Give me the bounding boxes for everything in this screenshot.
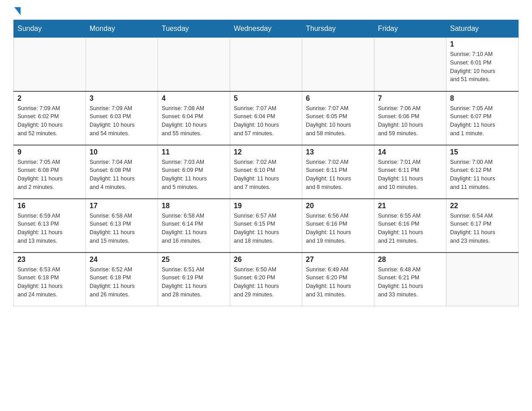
calendar-cell: 5Sunrise: 7:07 AMSunset: 6:04 PMDaylight… [230, 91, 302, 145]
calendar-cell [86, 38, 158, 91]
calendar-cell: 3Sunrise: 7:09 AMSunset: 6:03 PMDaylight… [86, 91, 158, 145]
calendar-cell: 25Sunrise: 6:51 AMSunset: 6:19 PMDayligh… [158, 253, 230, 306]
day-info: Sunrise: 7:08 AMSunset: 6:04 PMDaylight:… [162, 104, 226, 138]
day-info: Sunrise: 7:01 AMSunset: 6:11 PMDaylight:… [378, 158, 442, 192]
day-number: 27 [306, 256, 370, 264]
weekday-header-row: SundayMondayTuesdayWednesdayThursdayFrid… [14, 20, 519, 38]
calendar-cell [374, 38, 446, 91]
day-info: Sunrise: 7:07 AMSunset: 6:04 PMDaylight:… [234, 104, 298, 138]
day-number: 26 [234, 256, 298, 264]
calendar-cell: 16Sunrise: 6:59 AMSunset: 6:13 PMDayligh… [14, 199, 86, 253]
calendar-cell: 13Sunrise: 7:02 AMSunset: 6:11 PMDayligh… [302, 145, 374, 199]
day-info: Sunrise: 6:53 AMSunset: 6:18 PMDaylight:… [17, 265, 82, 299]
calendar-cell [158, 38, 230, 91]
day-number: 17 [90, 202, 154, 210]
day-number: 9 [17, 148, 82, 156]
calendar-cell: 6Sunrise: 7:07 AMSunset: 6:05 PMDaylight… [302, 91, 374, 145]
calendar-cell: 23Sunrise: 6:53 AMSunset: 6:18 PMDayligh… [14, 253, 86, 306]
day-info: Sunrise: 6:59 AMSunset: 6:13 PMDaylight:… [17, 212, 82, 245]
weekday-header-tuesday: Tuesday [158, 20, 230, 38]
day-info: Sunrise: 7:00 AMSunset: 6:12 PMDaylight:… [450, 158, 515, 192]
calendar-cell: 27Sunrise: 6:49 AMSunset: 6:20 PMDayligh… [302, 253, 374, 306]
day-number: 6 [306, 94, 370, 103]
day-number: 14 [378, 148, 442, 156]
day-number: 28 [378, 256, 442, 264]
day-info: Sunrise: 7:02 AMSunset: 6:11 PMDaylight:… [306, 158, 370, 192]
calendar-cell: 7Sunrise: 7:06 AMSunset: 6:06 PMDaylight… [374, 91, 446, 145]
calendar-cell: 9Sunrise: 7:05 AMSunset: 6:08 PMDaylight… [14, 145, 86, 199]
calendar-cell [302, 38, 374, 91]
calendar-cell: 19Sunrise: 6:57 AMSunset: 6:15 PMDayligh… [230, 199, 302, 253]
day-info: Sunrise: 7:02 AMSunset: 6:10 PMDaylight:… [234, 158, 298, 192]
day-info: Sunrise: 6:48 AMSunset: 6:21 PMDaylight:… [378, 265, 442, 299]
logo-triangle-icon [14, 7, 21, 15]
day-info: Sunrise: 6:50 AMSunset: 6:20 PMDaylight:… [234, 265, 298, 299]
calendar-cell: 8Sunrise: 7:05 AMSunset: 6:07 PMDaylight… [446, 91, 519, 145]
day-number: 7 [378, 94, 442, 103]
day-number: 25 [162, 256, 226, 264]
day-info: Sunrise: 7:09 AMSunset: 6:03 PMDaylight:… [90, 104, 154, 138]
day-number: 1 [450, 40, 515, 48]
calendar-cell: 2Sunrise: 7:09 AMSunset: 6:02 PMDaylight… [14, 91, 86, 145]
day-number: 3 [90, 94, 154, 103]
day-number: 21 [378, 202, 442, 210]
calendar-cell: 14Sunrise: 7:01 AMSunset: 6:11 PMDayligh… [374, 145, 446, 199]
day-info: Sunrise: 6:55 AMSunset: 6:16 PMDaylight:… [378, 212, 442, 245]
day-number: 16 [17, 202, 82, 210]
calendar-cell: 11Sunrise: 7:03 AMSunset: 6:09 PMDayligh… [158, 145, 230, 199]
logo [13, 9, 21, 15]
day-info: Sunrise: 6:52 AMSunset: 6:18 PMDaylight:… [90, 265, 154, 299]
day-number: 10 [90, 148, 154, 156]
day-number: 23 [17, 256, 82, 264]
day-info: Sunrise: 6:57 AMSunset: 6:15 PMDaylight:… [234, 212, 298, 245]
page-header [13, 9, 519, 15]
day-number: 11 [162, 148, 226, 156]
weekday-header-sunday: Sunday [14, 20, 86, 38]
calendar-week-row: 23Sunrise: 6:53 AMSunset: 6:18 PMDayligh… [14, 253, 519, 306]
weekday-header-monday: Monday [86, 20, 158, 38]
calendar-week-row: 1Sunrise: 7:10 AMSunset: 6:01 PMDaylight… [14, 38, 519, 91]
day-info: Sunrise: 6:58 AMSunset: 6:14 PMDaylight:… [162, 212, 226, 245]
calendar-cell: 4Sunrise: 7:08 AMSunset: 6:04 PMDaylight… [158, 91, 230, 145]
calendar-cell: 24Sunrise: 6:52 AMSunset: 6:18 PMDayligh… [86, 253, 158, 306]
day-info: Sunrise: 7:05 AMSunset: 6:07 PMDaylight:… [450, 104, 515, 138]
day-number: 20 [306, 202, 370, 210]
weekday-header-friday: Friday [374, 20, 446, 38]
calendar-cell: 20Sunrise: 6:56 AMSunset: 6:16 PMDayligh… [302, 199, 374, 253]
day-info: Sunrise: 7:10 AMSunset: 6:01 PMDaylight:… [450, 50, 515, 84]
calendar-cell: 28Sunrise: 6:48 AMSunset: 6:21 PMDayligh… [374, 253, 446, 306]
day-info: Sunrise: 6:51 AMSunset: 6:19 PMDaylight:… [162, 265, 226, 299]
calendar-cell: 26Sunrise: 6:50 AMSunset: 6:20 PMDayligh… [230, 253, 302, 306]
day-info: Sunrise: 7:06 AMSunset: 6:06 PMDaylight:… [378, 104, 442, 138]
day-info: Sunrise: 6:56 AMSunset: 6:16 PMDaylight:… [306, 212, 370, 245]
day-info: Sunrise: 6:49 AMSunset: 6:20 PMDaylight:… [306, 265, 370, 299]
calendar-week-row: 16Sunrise: 6:59 AMSunset: 6:13 PMDayligh… [14, 199, 519, 253]
day-number: 4 [162, 94, 226, 103]
calendar-cell: 17Sunrise: 6:58 AMSunset: 6:13 PMDayligh… [86, 199, 158, 253]
day-number: 5 [234, 94, 298, 103]
day-number: 15 [450, 148, 515, 156]
calendar-week-row: 2Sunrise: 7:09 AMSunset: 6:02 PMDaylight… [14, 91, 519, 145]
weekday-header-thursday: Thursday [302, 20, 374, 38]
day-number: 13 [306, 148, 370, 156]
day-number: 2 [17, 94, 82, 103]
day-number: 18 [162, 202, 226, 210]
day-number: 24 [90, 256, 154, 264]
calendar-cell: 12Sunrise: 7:02 AMSunset: 6:10 PMDayligh… [230, 145, 302, 199]
weekday-header-saturday: Saturday [446, 20, 519, 38]
weekday-header-wednesday: Wednesday [230, 20, 302, 38]
calendar-cell: 15Sunrise: 7:00 AMSunset: 6:12 PMDayligh… [446, 145, 519, 199]
day-info: Sunrise: 7:07 AMSunset: 6:05 PMDaylight:… [306, 104, 370, 138]
day-info: Sunrise: 7:04 AMSunset: 6:08 PMDaylight:… [90, 158, 154, 192]
day-number: 22 [450, 202, 515, 210]
day-info: Sunrise: 6:54 AMSunset: 6:17 PMDaylight:… [450, 212, 515, 245]
calendar-cell [14, 38, 86, 91]
calendar-cell: 18Sunrise: 6:58 AMSunset: 6:14 PMDayligh… [158, 199, 230, 253]
calendar-cell: 10Sunrise: 7:04 AMSunset: 6:08 PMDayligh… [86, 145, 158, 199]
day-number: 12 [234, 148, 298, 156]
calendar-cell: 22Sunrise: 6:54 AMSunset: 6:17 PMDayligh… [446, 199, 519, 253]
day-info: Sunrise: 7:05 AMSunset: 6:08 PMDaylight:… [17, 158, 82, 192]
day-number: 19 [234, 202, 298, 210]
day-info: Sunrise: 7:03 AMSunset: 6:09 PMDaylight:… [162, 158, 226, 192]
calendar-cell: 21Sunrise: 6:55 AMSunset: 6:16 PMDayligh… [374, 199, 446, 253]
